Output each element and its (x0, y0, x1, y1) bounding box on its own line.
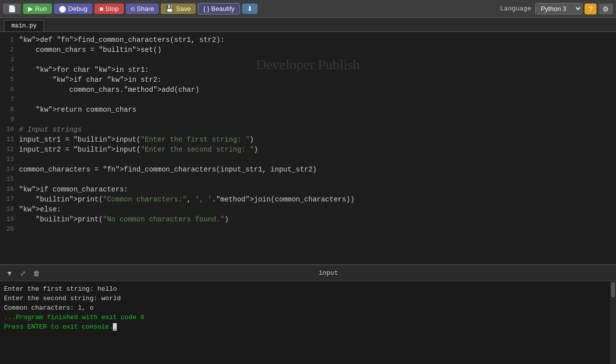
line-number: 9 (0, 115, 19, 125)
table-row: 5 "kw">if char "kw">in str2: (0, 75, 616, 85)
table-row: 12input_str2 = "builtin">input("Enter th… (0, 145, 616, 155)
debug-button[interactable]: ⬤ Debug (54, 3, 92, 14)
debug-label: Debug (68, 5, 87, 12)
cursor: _ (113, 323, 117, 331)
line-number: 11 (0, 135, 19, 145)
info-button[interactable]: ? (585, 3, 597, 14)
line-content (19, 115, 616, 125)
table-row: 19 "builtin">print("No common characters… (0, 214, 616, 224)
output-panel: ▼ ⤢ 🗑 input Enter the first string: hell… (0, 264, 616, 364)
output-collapse-button[interactable]: ▼ (4, 268, 15, 278)
table-row: 4 "kw">for char "kw">in str1: (0, 65, 616, 75)
chevron-down-icon: ▼ (6, 269, 13, 277)
line-content: "kw">else: (19, 204, 616, 214)
table-row: 7 (0, 95, 616, 105)
output-expand-button[interactable]: ⤢ (18, 268, 28, 278)
line-content (19, 224, 616, 234)
tab-label: main.py (11, 22, 36, 29)
line-number: 20 (0, 224, 19, 234)
table-row: 11input_str1 = "builtin">input("Enter th… (0, 135, 616, 145)
tab-bar: main.py (0, 18, 616, 32)
code-editor[interactable]: Developer Publish 1"kw">def "fn">find_co… (0, 32, 616, 264)
line-content: input_str1 = "builtin">input("Enter the … (19, 135, 616, 145)
line-content: common_chars = "builtin">set() (19, 45, 616, 55)
line-number: 4 (0, 65, 19, 75)
toolbar: 📄 ▶ Run ⬤ Debug ■ Stop ⎋ Share 💾 Save { … (0, 0, 616, 18)
line-content: "kw">return common_chars (19, 105, 616, 115)
language-label: Language (500, 5, 531, 12)
output-clear-button[interactable]: 🗑 (31, 268, 42, 278)
line-number: 18 (0, 204, 19, 214)
line-number: 8 (0, 105, 19, 115)
table-row: 9 (0, 115, 616, 125)
file-button[interactable]: 📄 (3, 3, 21, 14)
line-number: 14 (0, 165, 19, 175)
output-title: input (45, 269, 612, 277)
code-lines: 1"kw">def "fn">find_common_characters(st… (0, 35, 616, 234)
line-content: "builtin">print("Common characters:", ',… (19, 194, 616, 204)
table-row: 18"kw">else: (0, 204, 616, 214)
stop-button[interactable]: ■ Stop (94, 3, 124, 14)
output-content: Enter the first string: helloEnter the s… (0, 281, 616, 335)
line-number: 17 (0, 194, 19, 204)
line-content: input_str2 = "builtin">input("Enter the … (19, 145, 616, 155)
run-button[interactable]: ▶ Run (23, 3, 52, 14)
download-button[interactable]: ⬇ (242, 3, 258, 14)
run-label: Run (35, 5, 47, 12)
output-line: Enter the first string: hello (4, 284, 612, 294)
table-row: 3 (0, 55, 616, 65)
share-label: Share (137, 5, 154, 12)
output-line: Common characters: l, o (4, 303, 612, 313)
run-icon: ▶ (28, 5, 33, 12)
line-content (19, 175, 616, 184)
line-number: 1 (0, 35, 19, 45)
save-label: Save (176, 5, 191, 12)
line-number: 7 (0, 95, 19, 105)
output-line: Enter the second string: world (4, 294, 612, 303)
line-number: 15 (0, 175, 19, 184)
file-icon: 📄 (8, 5, 16, 12)
clear-icon: 🗑 (33, 269, 40, 277)
stop-icon: ■ (99, 5, 103, 12)
line-number: 12 (0, 145, 19, 155)
share-icon: ⎋ (131, 5, 135, 12)
main-area: Developer Publish 1"kw">def "fn">find_co… (0, 32, 616, 364)
output-scroll[interactable]: Enter the first string: helloEnter the s… (0, 281, 616, 364)
table-row: 16"kw">if common_characters: (0, 184, 616, 194)
share-button[interactable]: ⎋ Share (126, 3, 159, 14)
table-row: 1"kw">def "fn">find_common_characters(st… (0, 35, 616, 45)
gear-icon: ⚙ (603, 5, 609, 13)
settings-button[interactable]: ⚙ (599, 3, 613, 14)
tab-main-py[interactable]: main.py (4, 20, 44, 31)
beautify-label: { } Beautify (203, 5, 235, 12)
line-content (19, 155, 616, 165)
line-number: 2 (0, 45, 19, 55)
table-row: 10# Input strings (0, 125, 616, 135)
line-content: # Input strings (19, 125, 616, 135)
table-row: 14common_characters = "fn">find_common_c… (0, 165, 616, 175)
table-row: 20 (0, 224, 616, 234)
stop-label: Stop (105, 5, 119, 12)
language-select[interactable]: Python 3 Python 2 JavaScript Java C++ (535, 3, 583, 14)
line-content (19, 55, 616, 65)
output-scrollbar[interactable] (610, 281, 616, 364)
save-button[interactable]: 💾 Save (161, 3, 196, 14)
line-content (19, 95, 616, 105)
table-row: 6 common_chars."method">add(char) (0, 85, 616, 95)
line-content: "kw">if char "kw">in str2: (19, 75, 616, 85)
scroll-thumb (611, 282, 615, 297)
table-row: 8 "kw">return common_chars (0, 105, 616, 115)
line-content: "builtin">print("No common characters fo… (19, 214, 616, 224)
line-content: "kw">for char "kw">in str1: (19, 65, 616, 75)
output-header: ▼ ⤢ 🗑 input (0, 265, 616, 281)
debug-icon: ⬤ (59, 5, 66, 12)
beautify-button[interactable]: { } Beautify (198, 3, 240, 14)
line-number: 19 (0, 214, 19, 224)
output-line: Press ENTER to exit console._ (4, 322, 612, 332)
download-icon: ⬇ (247, 5, 253, 12)
save-icon: 💾 (166, 5, 174, 12)
table-row: 17 "builtin">print("Common characters:",… (0, 194, 616, 204)
line-content: common_chars."method">add(char) (19, 85, 616, 95)
line-number: 10 (0, 125, 19, 135)
line-content: "kw">def "fn">find_common_characters(str… (19, 35, 616, 45)
